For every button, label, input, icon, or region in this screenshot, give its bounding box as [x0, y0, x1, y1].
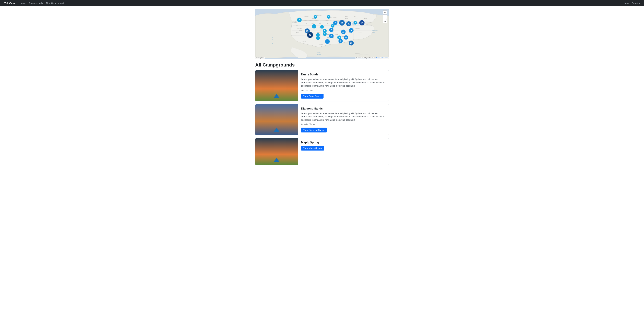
map-cluster-c24[interactable]: 12: [344, 35, 348, 40]
svg-text:Bahamas: Bahamas: [355, 53, 360, 54]
navbar-brand[interactable]: YelpCamp: [4, 2, 16, 4]
svg-text:Mexico: Mexico: [302, 41, 306, 42]
tent-icon: [274, 94, 280, 98]
zoom-in-button[interactable]: +: [383, 10, 387, 14]
view-campground-button-diamond-sands[interactable]: View Diamond Sands: [301, 128, 327, 133]
svg-text:COL: COL: [311, 46, 314, 47]
svg-text:c: c: [272, 42, 273, 44]
register-link[interactable]: Register: [632, 2, 640, 4]
campground-card-dusty-sands: Dusty SandsLorem ipsum dolor sit amet co…: [255, 70, 389, 101]
svg-text:Winnipeg: Winnipeg: [355, 18, 360, 19]
svg-text:MINN: MINN: [345, 16, 348, 17]
campground-image-diamond-sands: [256, 104, 298, 135]
campground-description-diamond-sands: Lorem ipsum dolor sit amet consectetur a…: [301, 112, 385, 122]
campground-card-diamond-sands: Diamond SandsLorem ipsum dolor sit amet …: [255, 104, 389, 136]
svg-text:i: i: [272, 40, 272, 42]
svg-text:IOWA: IOWA: [318, 23, 321, 24]
campgrounds-list: Dusty SandsLorem ipsum dolor sit amet co…: [255, 70, 389, 165]
campground-body-maple-spring: Maple SpringView Maple Spring: [298, 138, 388, 165]
campground-description-dusty-sands: Lorem ipsum dolor sit amet consectetur a…: [301, 78, 385, 88]
campground-card-maple-spring: Maple SpringView Maple Spring: [255, 138, 389, 165]
svg-text:a: a: [272, 36, 273, 38]
svg-text:Las Vegas: Las Vegas: [297, 28, 302, 29]
zoom-out-button[interactable]: −: [383, 15, 387, 19]
map-cluster-c16[interactable]: 13: [341, 29, 346, 34]
svg-text:NEBR: NEBR: [311, 23, 314, 24]
map-cluster-c26[interactable]: 21: [349, 40, 354, 46]
campgrounds-link[interactable]: Campgrounds: [29, 2, 43, 4]
svg-text:ILL: ILL: [327, 23, 328, 24]
tent-icon: [274, 158, 280, 162]
map-cluster-c6[interactable]: 21: [346, 21, 351, 26]
map-cluster-c25[interactable]: 8: [338, 39, 343, 43]
navbar-right: Login Register: [624, 2, 640, 4]
login-link[interactable]: Login: [624, 2, 630, 4]
new-campground-link[interactable]: New Campground: [46, 2, 64, 4]
campground-name-dusty-sands: Dusty Sands: [301, 73, 385, 76]
map-cluster-c20[interactable]: 15: [329, 34, 334, 38]
map-container: P a c i c Sargasso Sea WYO NEBR IOWA ILL…: [255, 8, 389, 59]
mapbox-logo: © mapbox: [256, 57, 265, 59]
svg-text:COLUMBIA: COLUMBIA: [304, 16, 309, 17]
navbar-left: YelpCamp Home Campgrounds New Campground: [4, 2, 64, 4]
svg-text:MINN: MINN: [345, 18, 348, 19]
map-attribution: © Mapbox © OpenStreetMap Improve this ma…: [356, 57, 388, 59]
view-campground-button-dusty-sands[interactable]: View Dusty Sands: [301, 94, 324, 99]
map-cluster-c17[interactable]: 45: [307, 32, 313, 38]
svg-text:NEV: NEV: [296, 25, 298, 26]
home-link[interactable]: Home: [20, 2, 26, 4]
map-cluster-c2[interactable]: 2: [314, 15, 317, 19]
campground-location-diamond-sands: Amarillo, Texas: [301, 123, 385, 126]
map-zoom-controls: + − ⊕: [383, 10, 387, 23]
svg-text:WYO: WYO: [304, 23, 307, 24]
svg-text:Toronto: Toronto: [359, 32, 362, 33]
map-cluster-c19[interactable]: 6: [323, 32, 327, 36]
svg-point-21: [357, 23, 359, 24]
svg-text:ALBERTA: ALBERTA: [317, 15, 321, 16]
svg-text:TENN: TENN: [335, 34, 338, 35]
navbar: YelpCamp Home Campgrounds New Campground…: [0, 0, 644, 6]
campground-name-diamond-sands: Diamond Sands: [301, 107, 385, 110]
svg-text:Vancouver: Vancouver: [292, 22, 297, 23]
view-campground-button-maple-spring[interactable]: View Maple Spring: [301, 146, 324, 151]
svg-text:IDAHO: IDAHO: [299, 30, 302, 31]
map-cluster-c1[interactable]: 9: [297, 17, 302, 22]
main-content: All Campgrounds Dusty SandsLorem ipsum d…: [255, 62, 389, 175]
campground-name-maple-spring: Maple Spring: [301, 141, 385, 144]
svg-text:Sea: Sea: [373, 31, 375, 33]
svg-text:ONTARIO: ONTARIO: [355, 28, 360, 29]
campground-image-maple-spring: [256, 138, 298, 165]
svg-text:c: c: [272, 38, 273, 40]
svg-text:ARK: ARK: [327, 34, 329, 35]
map-svg: P a c i c Sargasso Sea WYO NEBR IOWA ILL…: [256, 9, 388, 59]
campground-body-diamond-sands: Diamond SandsLorem ipsum dolor sit amet …: [298, 104, 388, 135]
svg-text:Sargasso: Sargasso: [372, 29, 378, 31]
svg-text:Gulf of: Gulf of: [317, 52, 320, 53]
page-title: All Campgrounds: [255, 62, 389, 68]
map-cluster-c3[interactable]: 3: [327, 15, 330, 19]
svg-text:P: P: [272, 34, 273, 36]
svg-text:VA: VA: [349, 36, 350, 37]
improve-map-link[interactable]: Improve this map: [376, 57, 388, 59]
svg-text:WIS: WIS: [354, 16, 356, 17]
svg-text:Mexico: Mexico: [317, 54, 321, 55]
svg-text:UTAH: UTAH: [304, 26, 307, 27]
campground-image-dusty-sands: [256, 70, 298, 101]
svg-text:Havana: Havana: [370, 49, 374, 50]
map-cluster-c9[interactable]: 9: [312, 24, 316, 28]
svg-text:Houston: Houston: [320, 44, 323, 45]
map-cluster-c22[interactable]: 17: [325, 39, 330, 44]
campground-body-dusty-sands: Dusty SandsLorem ipsum dolor sit amet co…: [298, 70, 388, 101]
campground-location-dusty-sands: Findlay, Ohio: [301, 89, 385, 92]
svg-text:Halifax: Halifax: [370, 22, 374, 23]
zoom-reset-button[interactable]: ⊕: [383, 19, 387, 23]
svg-text:KY: KY: [349, 32, 350, 33]
svg-text:Quebec: Quebec: [364, 18, 367, 19]
svg-text:ARIZ: ARIZ: [296, 32, 298, 33]
tent-icon: [274, 128, 280, 132]
